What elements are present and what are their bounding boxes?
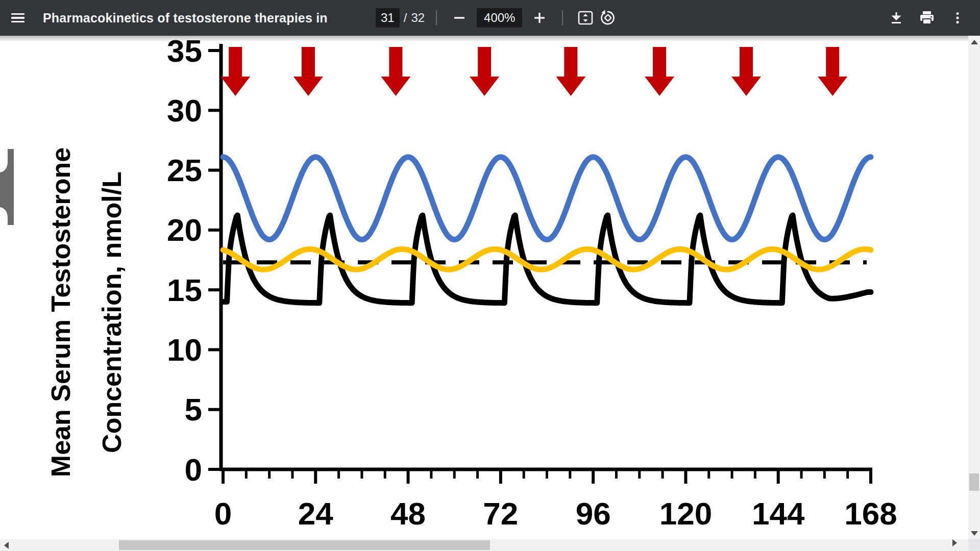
injection-arrows: [220, 47, 847, 96]
toolbar-divider: [436, 10, 437, 26]
print-button[interactable]: [916, 7, 938, 29]
arrow-up-icon: [971, 40, 978, 44]
y-tick-label: 0: [185, 452, 202, 487]
scroll-left-button[interactable]: [0, 539, 12, 551]
toolbar-right-group: [885, 0, 969, 36]
page-separator: /: [404, 11, 407, 25]
x-tick-label: 24: [298, 496, 333, 531]
x-tick-label: 168: [844, 496, 897, 531]
x-tick-label: 96: [576, 496, 611, 531]
y-tick-label: 20: [167, 212, 202, 247]
download-button[interactable]: [885, 7, 908, 29]
series-diurnal-high: [223, 157, 871, 240]
menu-button[interactable]: [0, 0, 36, 36]
y-axis-title-line1: Mean Serum Testosterone: [46, 147, 76, 477]
y-tick-label: 35: [167, 36, 202, 68]
zoom-level-input[interactable]: 400%: [477, 8, 522, 28]
arrow-right-icon: [952, 539, 957, 546]
y-tick-label: 5: [185, 392, 202, 427]
plus-icon: [533, 11, 546, 24]
x-tick-label: 48: [390, 496, 426, 531]
more-options-button[interactable]: [946, 7, 969, 29]
horizontal-scrollbar-thumb[interactable]: [119, 540, 490, 550]
arrow-down-icon: [971, 531, 978, 536]
minus-icon: [453, 11, 466, 24]
pdf-page[interactable]: 05101520253035024487296120144168 Mean Se…: [0, 36, 968, 539]
download-icon: [889, 11, 903, 25]
horizontal-scrollbar[interactable]: [0, 539, 968, 551]
injection-arrow-icon: [556, 47, 585, 96]
pharmacokinetics-chart: 05101520253035024487296120144168 Mean Se…: [0, 36, 968, 539]
rotate-ccw-icon: [600, 10, 616, 26]
chart-series: [223, 157, 871, 303]
document-title: Pharmacokinetics of testosterone therapi…: [43, 11, 329, 26]
fit-to-page-icon: [577, 10, 594, 26]
injection-arrow-icon: [220, 47, 250, 96]
print-icon: [919, 10, 935, 26]
injection-arrow-icon: [731, 47, 761, 96]
rotate-button[interactable]: [597, 7, 619, 29]
scroll-up-button[interactable]: [968, 36, 980, 48]
toolbar-divider: [562, 10, 563, 26]
series-daily-injection: [223, 215, 871, 303]
toolbar-center-group: 31 / 32 400%: [376, 0, 619, 36]
y-tick-label: 25: [167, 153, 202, 188]
pdf-viewer-toolbar: Pharmacokinetics of testosterone therapi…: [0, 0, 980, 36]
y-tick-label: 30: [167, 93, 202, 128]
arrow-left-icon: [4, 542, 9, 549]
page-number-input[interactable]: 31: [376, 8, 400, 28]
zoom-in-button[interactable]: [528, 7, 551, 29]
injection-arrow-icon: [381, 47, 410, 96]
zoom-out-button[interactable]: [448, 7, 471, 29]
page-total: 32: [411, 11, 425, 25]
x-tick-label: 144: [752, 496, 805, 531]
y-tick-label: 15: [167, 272, 202, 308]
page-edge-graphic-fragment: [0, 149, 14, 225]
injection-arrow-icon: [645, 47, 674, 96]
fit-to-page-button[interactable]: [574, 7, 597, 29]
injection-arrow-icon: [818, 47, 847, 96]
scroll-right-button[interactable]: [956, 539, 968, 551]
injection-arrow-icon: [293, 47, 323, 96]
x-tick-label: 120: [659, 496, 712, 531]
more-vert-icon: [951, 11, 964, 24]
vertical-scrollbar[interactable]: [968, 36, 980, 539]
toolbar-left-group: Pharmacokinetics of testosterone therapi…: [0, 0, 329, 36]
scrollbar-corner: [968, 539, 980, 551]
scroll-down-button[interactable]: [968, 527, 980, 539]
injection-arrow-icon: [470, 47, 499, 96]
vertical-scrollbar-thumb[interactable]: [969, 473, 979, 491]
x-tick-label: 72: [483, 496, 518, 531]
hamburger-icon: [11, 13, 24, 22]
y-axis-title-line2: Concentration, nmol/L: [97, 171, 127, 453]
y-tick-label: 10: [167, 332, 202, 367]
x-tick-label: 0: [214, 496, 232, 531]
